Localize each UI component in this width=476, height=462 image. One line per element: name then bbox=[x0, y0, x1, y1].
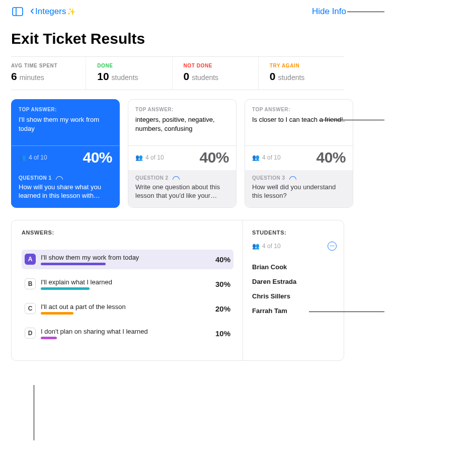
stat-number: 10 bbox=[97, 70, 109, 83]
top-answer-text: Is closer to I can teach a friend!. bbox=[252, 115, 346, 140]
answer-row-c[interactable]: C I'll act out a part of the lesson 20% bbox=[22, 299, 233, 319]
stat-unit: minutes bbox=[20, 73, 44, 82]
stat-value: 0 students bbox=[184, 70, 258, 83]
stat-done: DONE 10 students bbox=[86, 57, 172, 90]
answer-text: I'll act out a part of the lesson bbox=[41, 303, 203, 311]
stat-unit: students bbox=[192, 73, 218, 82]
question-text: Write one question about this lesson tha… bbox=[135, 183, 229, 200]
back-button[interactable]: ‹ Integers ✨ bbox=[30, 6, 75, 18]
student-name[interactable]: Daren Estrada bbox=[252, 274, 337, 289]
answer-letter-badge: B bbox=[25, 278, 36, 289]
answer-letter-badge: C bbox=[25, 303, 36, 314]
qnum-text: QUESTION 3 bbox=[252, 175, 285, 181]
stat-label: TRY AGAIN bbox=[270, 63, 344, 68]
answer-row-b[interactable]: B I'll explain what I learned 30% bbox=[22, 274, 233, 294]
qnum-text: QUESTION 1 bbox=[19, 175, 52, 181]
card-mid: 👥 4 of 10 40% bbox=[245, 145, 353, 170]
card-top: TOP ANSWER: Is closer to I can teach a f… bbox=[245, 100, 353, 145]
answer-body: I'll show them my work from today bbox=[41, 254, 203, 265]
message-icon[interactable]: ⋯ bbox=[328, 242, 337, 251]
card-top: TOP ANSWER: I'll show them my work from … bbox=[12, 100, 119, 145]
card-top: TOP ANSWER: integers, positive, negative… bbox=[128, 100, 236, 145]
stat-label: NOT DONE bbox=[184, 63, 258, 68]
answers-header: ANSWERS: bbox=[22, 229, 233, 236]
answer-percent: 30% bbox=[208, 280, 230, 288]
stat-avg-time: AVG TIME SPENT 6 minutes bbox=[11, 57, 86, 90]
card-bottom: QUESTION 3 How well did you understand t… bbox=[245, 170, 353, 207]
annotation-line bbox=[309, 312, 384, 312]
sidebar-toggle-button[interactable] bbox=[12, 7, 23, 16]
svg-rect-0 bbox=[13, 8, 23, 16]
sparkles-icon: ✨ bbox=[67, 8, 75, 16]
question-card-2[interactable]: TOP ANSWER: integers, positive, negative… bbox=[128, 99, 236, 208]
card-percent: 40% bbox=[83, 149, 112, 166]
sidebar-icon bbox=[12, 7, 23, 16]
question-number: QUESTION 2 bbox=[135, 175, 229, 181]
stat-try-again: TRY AGAIN 0 students bbox=[259, 57, 344, 90]
stat-number: 0 bbox=[184, 70, 190, 83]
top-answer-text: integers, positive, negative, numbers, c… bbox=[135, 115, 229, 140]
answer-body: I'll act out a part of the lesson bbox=[41, 303, 203, 315]
people-count: 👥 4 of 10 bbox=[135, 154, 164, 161]
people-count: 👥 4 of 10 bbox=[19, 154, 47, 161]
question-card-1[interactable]: TOP ANSWER: I'll show them my work from … bbox=[11, 99, 120, 208]
arc-icon bbox=[173, 176, 180, 180]
stat-value: 0 students bbox=[270, 70, 344, 83]
card-percent: 40% bbox=[316, 149, 346, 166]
answer-percent: 40% bbox=[208, 255, 230, 264]
back-label: Integers bbox=[35, 7, 66, 17]
people-count: 👥 4 of 10 bbox=[252, 154, 281, 161]
student-name[interactable]: Farrah Tam bbox=[252, 303, 337, 318]
answer-bar bbox=[41, 263, 106, 265]
stat-value: 10 students bbox=[97, 70, 172, 83]
answer-bar bbox=[41, 337, 57, 339]
top-answer-label: TOP ANSWER: bbox=[252, 107, 346, 112]
answer-bar bbox=[41, 287, 90, 290]
answer-row-d[interactable]: D I don't plan on sharing what I learned… bbox=[22, 324, 233, 343]
question-card-3[interactable]: TOP ANSWER: Is closer to I can teach a f… bbox=[245, 99, 353, 208]
stat-label: DONE bbox=[97, 63, 172, 68]
count-text: 4 of 10 bbox=[29, 154, 47, 161]
arc-icon bbox=[289, 176, 296, 180]
stat-not-done: NOT DONE 0 students bbox=[173, 57, 259, 90]
students-count: 👥 4 of 10 bbox=[252, 243, 281, 250]
stat-number: 6 bbox=[11, 70, 17, 83]
stat-value: 6 minutes bbox=[11, 70, 86, 83]
answer-body: I'll explain what I learned bbox=[41, 278, 203, 290]
question-text: How well did you understand this lesson? bbox=[252, 183, 346, 200]
top-bar: ‹ Integers ✨ Hide Info bbox=[0, 0, 355, 23]
question-text: How will you share what you learned in t… bbox=[19, 183, 112, 200]
stats-row: AVG TIME SPENT 6 minutes DONE 10 student… bbox=[11, 56, 344, 90]
question-number: QUESTION 1 bbox=[19, 175, 112, 181]
answer-text: I don't plan on sharing what I learned bbox=[41, 328, 203, 335]
answer-bar bbox=[41, 312, 73, 315]
top-bar-left: ‹ Integers ✨ bbox=[12, 6, 75, 18]
answer-bar-track bbox=[41, 312, 203, 315]
students-count-row: 👥 4 of 10 ⋯ bbox=[252, 242, 337, 251]
answer-bar-track bbox=[41, 337, 203, 339]
top-answer-text: I'll show them my work from today bbox=[19, 115, 112, 140]
student-name[interactable]: Brian Cook bbox=[252, 260, 337, 274]
hide-info-button[interactable]: Hide Info bbox=[312, 7, 346, 17]
answer-letter-badge: D bbox=[25, 328, 36, 339]
students-column: STUDENTS: 👥 4 of 10 ⋯ Brian Cook Daren E… bbox=[243, 220, 344, 360]
answer-body: I don't plan on sharing what I learned bbox=[41, 328, 203, 339]
answers-column: ANSWERS: A I'll show them my work from t… bbox=[12, 220, 243, 360]
answer-row-a[interactable]: A I'll show them my work from today 40% bbox=[22, 250, 233, 269]
card-bottom: QUESTION 2 Write one question about this… bbox=[128, 170, 236, 207]
annotation-line bbox=[347, 12, 384, 12]
students-count-text: 4 of 10 bbox=[262, 243, 281, 250]
answer-bar-track bbox=[41, 287, 203, 290]
app-frame: ‹ Integers ✨ Hide Info Exit Ticket Resul… bbox=[0, 0, 355, 424]
card-percent: 40% bbox=[199, 149, 229, 166]
stat-number: 0 bbox=[270, 70, 276, 83]
people-icon: 👥 bbox=[252, 243, 260, 250]
count-text: 4 of 10 bbox=[262, 154, 281, 161]
student-name[interactable]: Chris Sillers bbox=[252, 289, 337, 303]
arc-icon bbox=[56, 176, 63, 180]
top-answer-label: TOP ANSWER: bbox=[135, 107, 229, 112]
stat-unit: students bbox=[112, 73, 138, 82]
stat-label: AVG TIME SPENT bbox=[11, 63, 86, 68]
qnum-text: QUESTION 2 bbox=[135, 175, 169, 181]
answer-letter-badge: A bbox=[25, 254, 36, 265]
